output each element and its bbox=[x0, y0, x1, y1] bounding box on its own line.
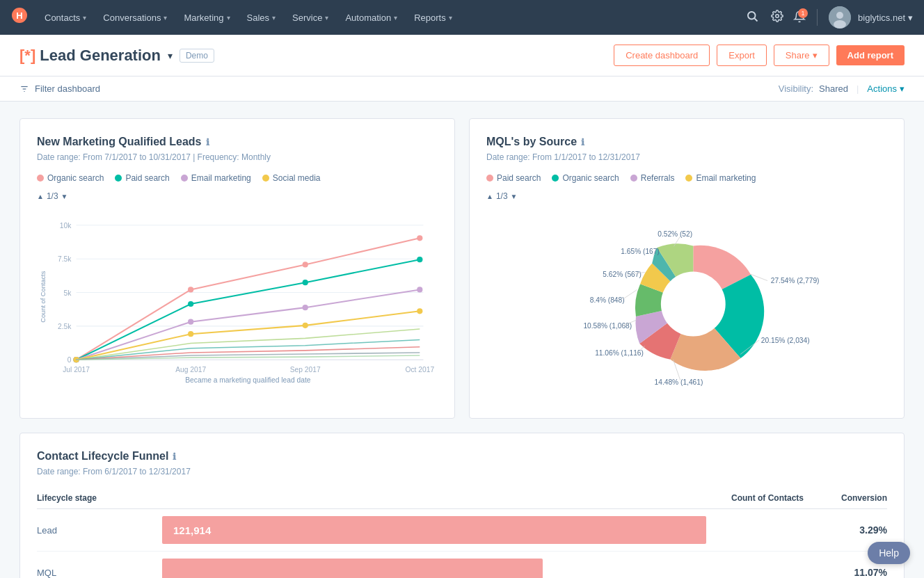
nav-automation[interactable]: Automation ▾ bbox=[338, 8, 404, 27]
svg-point-7 bbox=[834, 20, 846, 29]
create-dashboard-button[interactable]: Create dashboard bbox=[614, 45, 710, 66]
new-mql-legend: Organic search Paid search Email marketi… bbox=[37, 173, 438, 183]
svg-point-42 bbox=[417, 287, 422, 292]
next-page-pie[interactable]: ▼ bbox=[511, 193, 518, 200]
stage-column-header: Lifecycle stage bbox=[37, 488, 162, 509]
legend-paid-search: Paid search bbox=[115, 173, 169, 183]
svg-point-37 bbox=[417, 257, 422, 262]
notifications-button[interactable]: 1 bbox=[793, 10, 806, 25]
prev-page-arrow[interactable]: ▲ bbox=[37, 193, 44, 200]
svg-text:Sep 2017: Sep 2017 bbox=[290, 366, 321, 374]
legend-email-marketing: Email marketing bbox=[181, 173, 251, 183]
legend-paid-search: Paid search bbox=[486, 173, 541, 183]
nav-conversations[interactable]: Conversations ▾ bbox=[96, 8, 174, 27]
new-mql-card: New Marketing Qualified Leads ℹ Date ran… bbox=[19, 118, 455, 419]
actions-button[interactable]: Actions ▾ bbox=[867, 83, 905, 94]
mql-source-pagination: ▲ 1/3 ▼ bbox=[486, 191, 887, 201]
nav-contacts[interactable]: Contacts ▾ bbox=[38, 8, 93, 27]
new-mql-date-range: Date range: From 7/1/2017 to 10/31/2017 … bbox=[37, 152, 438, 162]
svg-text:H: H bbox=[16, 10, 22, 21]
legend-email-marketing: Email marketing bbox=[685, 173, 756, 183]
filter-dashboard-button[interactable]: Filter dashboard bbox=[19, 83, 100, 94]
svg-point-31 bbox=[303, 262, 308, 267]
svg-point-36 bbox=[303, 280, 308, 285]
legend-organic-search: Organic search bbox=[37, 173, 104, 183]
title-dropdown-caret[interactable]: ▾ bbox=[168, 50, 173, 61]
svg-point-48 bbox=[661, 272, 726, 337]
svg-text:5k: 5k bbox=[64, 289, 72, 297]
reports-caret: ▾ bbox=[449, 14, 452, 22]
export-button[interactable]: Export bbox=[717, 45, 767, 66]
new-mql-pagination: ▲ 1/3 ▼ bbox=[37, 191, 438, 201]
svg-text:Aug 2017: Aug 2017 bbox=[175, 366, 206, 374]
automation-caret: ▾ bbox=[394, 14, 397, 22]
dashboard-title-section: [*] Lead Generation ▾ Demo bbox=[19, 47, 614, 65]
account-name[interactable]: biglytics.net ▾ bbox=[858, 13, 913, 23]
lead-bar-cell: 121,914 bbox=[162, 509, 706, 552]
count-column-header bbox=[162, 488, 706, 509]
svg-text:8.4% (848): 8.4% (848) bbox=[590, 296, 625, 304]
funnel-table: Lifecycle stage Count of Contacts Conver… bbox=[37, 488, 887, 578]
svg-point-4 bbox=[776, 14, 779, 17]
mql-source-date-range: Date range: From 1/1/2017 to 12/31/2017 bbox=[486, 152, 887, 162]
hubspot-logo[interactable]: H bbox=[11, 7, 28, 28]
table-row: MQL 11.07% bbox=[37, 552, 887, 579]
svg-text:7.5k: 7.5k bbox=[58, 255, 72, 263]
mql-by-source-card: MQL's by Source ℹ Date range: From 1/1/2… bbox=[469, 118, 905, 419]
shared-text: Shared bbox=[819, 83, 848, 94]
social-media-dot bbox=[262, 175, 269, 182]
account-caret: ▾ bbox=[908, 13, 913, 23]
mql-bar-cell bbox=[162, 552, 706, 579]
conversations-caret: ▾ bbox=[164, 14, 167, 22]
mql-by-source-title: MQL's by Source ℹ bbox=[486, 136, 887, 148]
user-avatar[interactable] bbox=[829, 6, 851, 29]
mql-source-info-icon[interactable]: ℹ bbox=[581, 137, 584, 147]
prev-page-pie[interactable]: ▲ bbox=[486, 193, 493, 200]
svg-point-46 bbox=[303, 323, 308, 328]
funnel-info-icon[interactable]: ℹ bbox=[173, 451, 176, 462]
svg-line-3 bbox=[754, 18, 757, 21]
svg-text:14.48% (1,461): 14.48% (1,461) bbox=[655, 378, 703, 386]
share-caret: ▾ bbox=[813, 50, 818, 61]
legend-organic-search: Organic search bbox=[552, 173, 619, 183]
legend-referrals: Referrals bbox=[630, 173, 675, 183]
next-page-arrow[interactable]: ▼ bbox=[61, 193, 68, 200]
help-button[interactable]: Help bbox=[868, 542, 910, 564]
filter-icon bbox=[19, 84, 29, 94]
svg-text:5.62% (567): 5.62% (567) bbox=[603, 271, 642, 278]
funnel-title: Contact Lifecycle Funnel ℹ bbox=[37, 450, 887, 463]
search-button[interactable] bbox=[743, 7, 761, 29]
share-button[interactable]: Share ▾ bbox=[774, 45, 829, 66]
svg-line-63 bbox=[623, 290, 637, 299]
nav-sales[interactable]: Sales ▾ bbox=[240, 8, 283, 27]
table-row: Lead 121,914 3.29% bbox=[37, 509, 887, 552]
new-mql-chart: 10k 7.5k 5k 2.5k 0 Count of Contacts Jul… bbox=[37, 207, 438, 401]
demo-badge[interactable]: Demo bbox=[180, 49, 214, 63]
settings-button[interactable] bbox=[768, 7, 786, 29]
add-report-button[interactable]: Add report bbox=[836, 45, 905, 65]
mql-source-legend: Paid search Organic search Referrals Ema… bbox=[486, 173, 887, 183]
line-chart-svg: 10k 7.5k 5k 2.5k 0 Count of Contacts Jul… bbox=[37, 207, 438, 401]
nav-marketing[interactable]: Marketing ▾ bbox=[177, 8, 237, 27]
svg-point-32 bbox=[417, 235, 422, 241]
nav-reports[interactable]: Reports ▾ bbox=[407, 8, 459, 27]
svg-text:Count of Contacts: Count of Contacts bbox=[40, 271, 47, 322]
service-caret: ▾ bbox=[325, 14, 328, 22]
svg-text:0.52% (52): 0.52% (52) bbox=[658, 230, 692, 238]
email-marketing-dot bbox=[181, 175, 188, 182]
new-mql-info-icon[interactable]: ℹ bbox=[206, 137, 209, 147]
filter-bar: Filter dashboard Visibility: Shared | Ac… bbox=[0, 77, 924, 102]
main-content: New Marketing Qualified Leads ℹ Date ran… bbox=[0, 102, 924, 578]
filter-right-controls: Visibility: Shared | Actions ▾ bbox=[779, 83, 905, 94]
dashboard-header: [*] Lead Generation ▾ Demo Create dashbo… bbox=[0, 35, 924, 77]
svg-point-45 bbox=[188, 331, 193, 337]
paid-search-dot bbox=[115, 175, 122, 182]
svg-point-40 bbox=[188, 319, 193, 325]
mql-bar bbox=[162, 559, 543, 578]
svg-text:Became a marketing qualified l: Became a marketing qualified lead date bbox=[185, 376, 311, 384]
nav-divider bbox=[817, 9, 818, 26]
svg-point-47 bbox=[417, 308, 422, 314]
svg-marker-28 bbox=[77, 238, 420, 360]
nav-service[interactable]: Service ▾ bbox=[285, 8, 335, 27]
svg-point-35 bbox=[188, 301, 193, 307]
